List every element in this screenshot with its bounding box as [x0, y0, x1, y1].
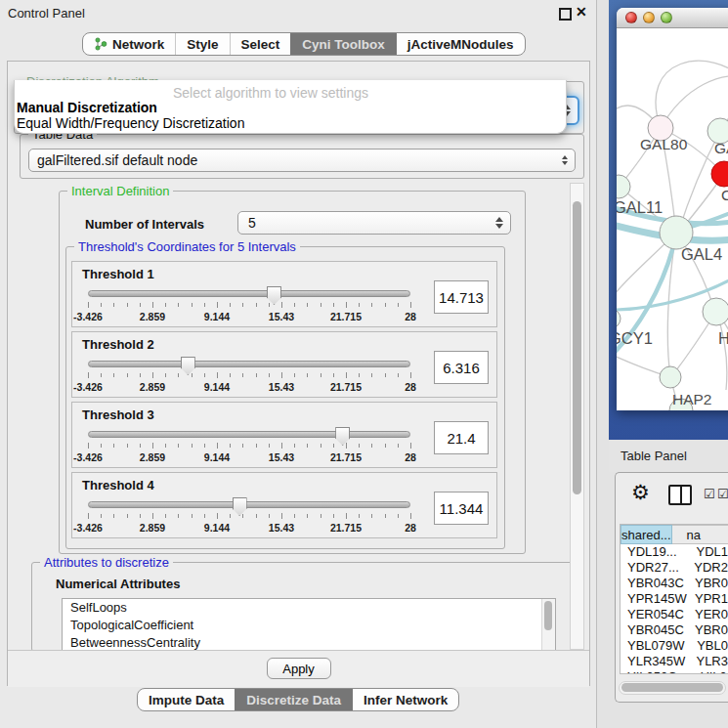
tab-infer-network[interactable]: Infer Network — [352, 689, 458, 710]
tick-label: -3.426 — [73, 381, 103, 393]
network-window-titlebar[interactable] — [617, 8, 728, 28]
columns-icon[interactable] — [668, 485, 692, 505]
cell[interactable]: YDL1 — [691, 544, 728, 560]
apply-button[interactable]: Apply — [267, 658, 331, 679]
tick-label: 28 — [405, 451, 416, 463]
cell[interactable]: YIL0 — [696, 669, 727, 674]
list-item[interactable]: TopologicalCoefficient — [63, 617, 555, 634]
threshold-3-slider[interactable]: -3.426 2.859 9.144 15.43 21.715 28 — [88, 429, 410, 466]
cell[interactable]: YER0 — [690, 607, 728, 622]
node-hap2[interactable] — [660, 366, 681, 388]
minimize-window-icon[interactable] — [643, 12, 655, 23]
cell[interactable]: YBR0 — [690, 622, 728, 638]
checkbox-icon[interactable]: ☑ — [704, 487, 715, 501]
cell[interactable]: YBR045C — [621, 622, 690, 638]
dropdown-option-equal-width-frequency[interactable]: Equal Width/Frequency Discretization — [17, 115, 244, 131]
threshold-4-value-field[interactable]: 11.344 — [434, 492, 489, 525]
tab-impute-data[interactable]: Impute Data — [138, 689, 235, 710]
tick-label: 9.144 — [204, 451, 230, 463]
network-canvas[interactable]: GAL80 GA C GAL11 GAL4 GCY1 H HAP2 — [617, 28, 728, 410]
table-row[interactable]: YPR145WYPR1 — [621, 591, 728, 607]
cell[interactable]: YBL0 — [692, 638, 728, 654]
list-scrollbar[interactable] — [541, 599, 555, 650]
scrollbar-thumb[interactable] — [573, 201, 581, 494]
table-panel-toolbar: ⚙ ☑ ☑ — [616, 473, 728, 522]
table-data-combobox[interactable]: galFiltered.sif default node — [28, 149, 576, 172]
threshold-3-value-field[interactable]: 21.4 — [434, 421, 489, 454]
node-label: C — [721, 187, 728, 203]
slider-ticks — [88, 512, 410, 520]
threshold-1-label: Threshold 1 — [82, 267, 154, 281]
checkbox-icon[interactable]: ☑ — [717, 487, 728, 501]
dropdown-prompt: Select algorithm to view settings — [15, 85, 527, 101]
panel-divider[interactable] — [597, 0, 609, 728]
list-item[interactable]: SelfLoops — [63, 599, 555, 617]
table-panel-title: Table Panel — [621, 449, 687, 463]
number-of-intervals-label: Number of Intervals — [85, 217, 204, 232]
numerical-attributes-list[interactable]: SelfLoops TopologicalCoefficient Between… — [62, 598, 556, 650]
table-row[interactable]: YBR043CYBR0 — [621, 576, 728, 591]
table-row[interactable]: YBL079WYBL0 — [621, 638, 728, 654]
cell[interactable]: YER054C — [621, 607, 690, 622]
threshold-1-slider[interactable]: -3.426 2.859 9.144 15.43 21.715 28 — [88, 288, 410, 325]
node-gal11[interactable] — [617, 175, 630, 198]
slider-track[interactable] — [88, 290, 410, 297]
cell[interactable]: YPR1 — [690, 591, 728, 607]
threshold-2-value-field[interactable]: 6.316 — [434, 351, 489, 384]
cell[interactable]: YDR27... — [621, 560, 689, 576]
table-row[interactable]: YBR045CYBR0 — [621, 622, 728, 638]
cell[interactable]: YBR043C — [621, 576, 690, 591]
gear-icon[interactable]: ⚙ — [631, 481, 650, 504]
table-row[interactable]: YER054CYER0 — [621, 607, 728, 622]
cell[interactable]: YDL19... — [621, 544, 691, 560]
tick-label: 15.43 — [269, 311, 294, 322]
table-row[interactable]: YLR345WYLR3 — [621, 654, 728, 669]
node[interactable] — [703, 298, 728, 325]
tick-label: 9.144 — [204, 311, 230, 322]
tab-cyni-toolbox[interactable]: Cyni Toolbox — [290, 33, 396, 55]
scrollbar-thumb[interactable] — [544, 601, 552, 630]
cell[interactable]: YIL052C — [621, 669, 696, 674]
close-panel-icon[interactable]: ✕ — [576, 4, 587, 20]
dropdown-option-manual-discretization[interactable]: Manual Discretization — [17, 100, 157, 115]
cell[interactable]: YBL079W — [621, 638, 692, 654]
slider-track[interactable] — [88, 361, 410, 367]
tab-network[interactable]: Network — [83, 33, 175, 55]
table-horizontal-scrollbar[interactable] — [619, 681, 726, 695]
attributes-group: Attributes to discretize Numerical Attri… — [31, 562, 575, 650]
column-header-shared-name[interactable]: shared... — [621, 525, 672, 544]
cell[interactable]: YPR145W — [621, 591, 690, 607]
node-gcy1[interactable] — [617, 309, 621, 328]
table-row[interactable]: YIL052CYIL0 — [621, 669, 728, 674]
node-selected[interactable] — [711, 161, 728, 187]
node-gal4[interactable] — [660, 216, 693, 249]
tab-style[interactable]: Style — [175, 33, 229, 55]
cell[interactable]: YLR3 — [691, 654, 728, 669]
tab-select[interactable]: Select — [230, 33, 291, 55]
list-item[interactable]: BetweennessCentrality — [63, 634, 555, 650]
table-row[interactable]: YDR27...YDR2 — [621, 560, 728, 576]
cell[interactable]: YDR2 — [689, 560, 728, 576]
number-of-intervals-combobox[interactable]: 5 — [237, 211, 511, 235]
tab-discretize-data[interactable]: Discretize Data — [235, 689, 352, 710]
threshold-4-slider[interactable]: -3.426 2.859 9.144 15.43 21.715 28 — [88, 499, 410, 536]
float-panel-icon[interactable] — [559, 8, 572, 21]
zoom-window-icon[interactable] — [661, 12, 672, 23]
cell[interactable]: YBR0 — [690, 576, 728, 591]
table-row[interactable]: YDL19...YDL1 — [621, 544, 728, 560]
tab-jactivemnodules-label: jActiveMNodules — [407, 37, 514, 52]
scrollbar-thumb[interactable] — [621, 683, 723, 692]
tab-network-label: Network — [112, 37, 164, 52]
close-window-icon[interactable] — [625, 12, 637, 23]
slider-track[interactable] — [88, 431, 410, 438]
node-label: GAL11 — [617, 198, 663, 216]
node-attribute-table[interactable]: shared... na YDL19...YDL1 YDR27...YDR2 Y… — [620, 524, 728, 674]
cell[interactable]: YLR345W — [621, 654, 691, 669]
threshold-1-value-field[interactable]: 14.713 — [434, 280, 489, 314]
tab-jactivemnodules[interactable]: jActiveMNodules — [396, 33, 525, 55]
slider-track[interactable] — [88, 501, 410, 508]
settings-scrollbar[interactable] — [570, 183, 584, 650]
threshold-2-label: Threshold 2 — [82, 337, 154, 352]
column-header-name[interactable]: na — [672, 525, 728, 544]
threshold-2-slider[interactable]: -3.426 2.859 9.144 15.43 21.715 28 — [88, 359, 410, 396]
